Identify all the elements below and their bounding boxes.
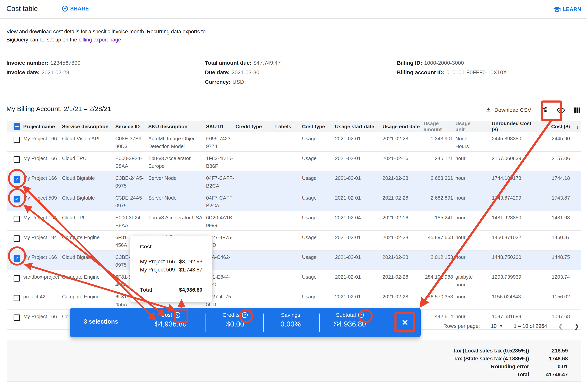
billing-export-link[interactable]: billing export page [79, 37, 121, 43]
row-checkbox[interactable] [14, 275, 20, 282]
cell-start: 2021-02-01 [335, 194, 381, 202]
invoice-field: Due date:2021-03-30 [205, 68, 281, 77]
column-header-sku_id[interactable]: SKU ID [206, 121, 235, 132]
graduation-cap-icon [553, 6, 561, 13]
learn-button[interactable]: LEARN [553, 6, 581, 13]
invoice-field: Invoice number:1234567890 [7, 58, 81, 68]
row-checkbox[interactable] [14, 136, 20, 143]
download-icon [485, 107, 492, 113]
cell-project: My Project 166 [23, 312, 62, 320]
summary-row: Total41749.47 [374, 372, 568, 378]
cell-service: Cloud Bigtable [62, 194, 113, 202]
table-row: My Project 194Compute Engine6F81-5844-45… [7, 231, 580, 250]
column-header-end[interactable]: Usage end date [382, 121, 427, 132]
cell-sku_id: 04F7-CAFF-B2CA [206, 194, 235, 210]
column-header-cost_type[interactable]: Cost type [302, 121, 334, 132]
row-checkbox[interactable] [14, 216, 20, 222]
row-checkbox[interactable]: ✓ [14, 196, 20, 202]
cell-unit: hour [455, 253, 479, 261]
column-header-service[interactable]: Service description [62, 121, 113, 132]
tooltip-row: My Project 166$3,192.93 [140, 258, 202, 266]
cell-project: My Project 194 [23, 234, 62, 241]
cell-sku: Server Node [148, 174, 206, 182]
help-icon[interactable]: ? [242, 312, 248, 318]
cell-amount: 284,101.988 [424, 273, 453, 281]
row-checkbox[interactable]: ✓ [14, 255, 20, 262]
row-checkbox[interactable] [14, 156, 20, 163]
cell-cost: 1156.02 [530, 293, 570, 300]
column-header-service_id[interactable]: Service ID [115, 121, 147, 132]
intro-line2: BigQuery can be set up on the billing ex… [7, 36, 206, 44]
stat-value: $0.00 [210, 320, 260, 328]
intro-line1: View and download cost details for a spe… [7, 28, 206, 36]
column-header-unit[interactable]: Usage unit [455, 121, 479, 132]
cell-service_id: E000-3F24-B8AA [115, 214, 147, 229]
cost-table: ↓ Project nameService descriptionService… [7, 121, 580, 330]
previous-page-button[interactable]: ❮ [558, 322, 563, 330]
stat-value: $4,936.80 [144, 320, 198, 328]
tooltip-total-label: Total [140, 286, 152, 294]
cell-cost: 1097.68 [530, 312, 570, 320]
cell-amount: 36,570.353 [424, 293, 453, 300]
cell-end: 2021-02-28 [382, 135, 427, 142]
cell-service: Cloud Bigtable [62, 174, 113, 182]
cell-project: My Project 194 [23, 214, 62, 222]
cell-cost_type: Usage [302, 273, 334, 281]
table-body: My Project 166Cloud Vision APIC08E-37B9-… [7, 132, 580, 330]
row-checkbox[interactable]: ✓ [14, 176, 20, 183]
row-checkbox[interactable] [14, 236, 20, 242]
column-header-labels[interactable]: Labels [275, 121, 300, 132]
page-title: Cost table [7, 5, 38, 13]
cell-sku: AutoML Image Object Detection Model [148, 135, 206, 150]
column-header-start[interactable]: Usage start date [335, 121, 381, 132]
cell-sku: Tpu-v3 Accelerator Europe [148, 154, 206, 170]
cell-amount: 1,343.901 [424, 135, 453, 142]
table-row: project 42Compute Engine6F81-5844-456AN1… [7, 290, 580, 310]
cell-end: 2021-02-28 [382, 293, 427, 300]
table-row: My Project 166Cloud Vision APIC08E-37B9-… [7, 132, 580, 152]
selection-stat-savings: Savings0.00% [269, 312, 312, 328]
row-checkbox[interactable] [14, 295, 20, 301]
cell-amount: 2,012.153 [424, 253, 453, 261]
eye-icon[interactable] [557, 106, 564, 114]
help-icon[interactable]: ? [175, 312, 180, 318]
select-all-checkbox[interactable] [14, 123, 20, 130]
summary-row: Tax (Local sales tax (0.5235%))218.59 [374, 348, 568, 354]
cell-service_id: C3BE-24A5-0975 [115, 194, 147, 210]
sort-descending-icon[interactable]: ↓ [576, 124, 579, 130]
cell-end: 2021-02-28 [382, 174, 427, 182]
cell-end: 2021-02-28 [382, 234, 427, 241]
stat-label: Cost [161, 312, 172, 318]
rows-per-page-select[interactable]: 10 ▼ [491, 323, 503, 329]
column-header-credit_type[interactable]: Credit type [236, 121, 273, 132]
top-bar: Cost table SHARE LEARN [0, 0, 587, 18]
invoice-field: Currency:USD [205, 77, 281, 86]
column-header-project[interactable]: Project name [23, 121, 62, 132]
column-header-sku[interactable]: SKU description [148, 121, 206, 132]
column-header-cost[interactable]: Cost ($) [530, 121, 570, 132]
help-icon[interactable]: ? [358, 312, 364, 318]
cell-amount: 2,683.361 [424, 174, 453, 182]
cell-unit: hour [455, 234, 479, 241]
cell-project: My Project 166 [23, 154, 62, 162]
table-row: ✓My Project 166Cloud BigtableC3BE-24A5-0… [7, 250, 580, 270]
download-csv-button[interactable]: Download CSV [485, 107, 531, 113]
share-button[interactable]: SHARE [62, 6, 89, 12]
pagination-bar: Rows per page: 10 ▼ 1 – 10 of 2964 ❮ ❯ [443, 322, 579, 330]
table-row: ✓My Project 166Cloud BigtableC3BE-24A5-0… [7, 172, 580, 191]
column-header-amount[interactable]: Usage amount [424, 121, 453, 132]
row-checkbox[interactable] [14, 314, 20, 321]
cell-end: 2021-02-16 [382, 214, 427, 222]
close-selection-bar-button[interactable]: ✕ [398, 316, 412, 330]
column-settings-icon[interactable] [573, 106, 581, 114]
cell-service_id: C08E-37B9-80D3 [115, 135, 147, 150]
divider [391, 58, 391, 89]
invoice-field: Billing account ID:010101-F0FFF0-10X10X [397, 68, 507, 77]
account-tree-icon[interactable] [540, 106, 548, 114]
cell-amount: 185.241 [424, 214, 453, 222]
tax-summary-panel: Tax (Local sales tax (0.5235%))218.59Tax… [7, 340, 580, 382]
next-page-button[interactable]: ❯ [574, 322, 579, 330]
table-row: My Project 194Cloud TPUE000-3F24-B8AATpu… [7, 211, 580, 231]
cell-end: 2021-02-28 [382, 273, 427, 281]
cell-service: Compute Engine [62, 273, 113, 281]
